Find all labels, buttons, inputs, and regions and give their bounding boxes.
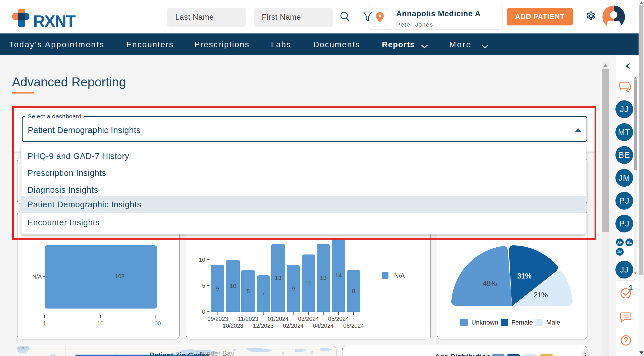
svg-text:09/2023: 09/2023 (208, 316, 228, 322)
svg-text:11: 11 (305, 280, 312, 287)
svg-text:Female: Female (511, 319, 533, 326)
svg-text:Male: Male (546, 319, 560, 326)
svg-text:14: 14 (335, 272, 342, 279)
svg-text:1: 1 (629, 284, 633, 292)
svg-text:12/2023: 12/2023 (253, 323, 274, 329)
svg-text:10/2023: 10/2023 (223, 323, 243, 329)
svg-text:Unknown: Unknown (471, 319, 498, 326)
svg-text:9: 9 (216, 285, 219, 292)
svg-text:0: 0 (202, 309, 205, 315)
svg-text:N/A: N/A (32, 273, 42, 280)
svg-text:04/2024: 04/2024 (313, 323, 334, 329)
svg-text:100: 100 (151, 320, 161, 327)
svg-text:1: 1 (43, 320, 46, 327)
svg-text:21%: 21% (533, 291, 548, 299)
svg-text:N/A: N/A (394, 272, 405, 279)
svg-text:48%: 48% (482, 279, 497, 288)
svg-text:108: 108 (115, 273, 124, 279)
svg-text:8: 8 (352, 288, 355, 294)
svg-text:06/2024: 06/2024 (343, 323, 364, 329)
svg-text:10: 10 (230, 283, 236, 289)
svg-text:10: 10 (199, 256, 205, 263)
svg-text:13: 13 (320, 275, 326, 281)
svg-text:13: 13 (275, 275, 281, 281)
svg-text:8: 8 (246, 288, 250, 294)
svg-text:5: 5 (202, 283, 205, 289)
svg-text:03/2024: 03/2024 (298, 316, 319, 322)
svg-text:31%: 31% (517, 272, 531, 280)
svg-text:01/2024: 01/2024 (268, 316, 288, 322)
svg-text:10: 10 (97, 320, 103, 327)
svg-text:11/2023: 11/2023 (238, 316, 258, 322)
svg-text:7: 7 (262, 290, 265, 297)
svg-text:02/2024: 02/2024 (283, 323, 304, 329)
svg-text:05/2024: 05/2024 (328, 316, 349, 322)
svg-text:9: 9 (292, 285, 295, 292)
